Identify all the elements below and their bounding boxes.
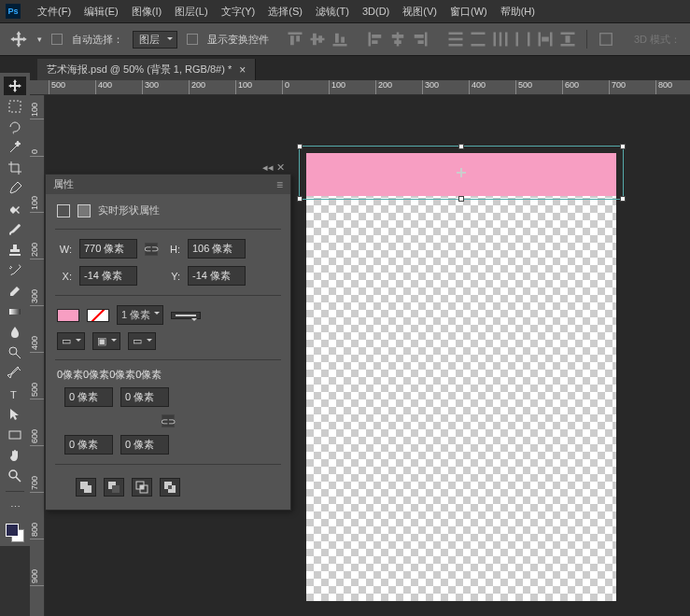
reference-point-icon[interactable] [457,168,466,177]
menu-view[interactable]: 视图(V) [397,3,443,21]
shape-icon [57,204,70,217]
menu-type[interactable]: 文字(Y) [216,3,261,21]
panel-menu-icon[interactable]: ≡ [276,178,283,191]
marquee-tool[interactable] [4,97,26,116]
handle-bl[interactable] [297,196,303,202]
corner-tl-input[interactable]: 0 像素 [64,387,113,407]
pathop-combine-icon[interactable] [76,478,96,497]
fg-color-swatch[interactable] [6,524,19,537]
stroke-width-input[interactable]: 1 像素 [117,305,163,325]
corner-tr-input[interactable]: 0 像素 [120,387,169,407]
handle-tc[interactable] [458,144,464,149]
gradient-tool[interactable] [4,302,26,321]
move-tool[interactable] [4,77,26,95]
color-swatches[interactable] [6,524,24,542]
handle-br[interactable] [620,196,626,202]
align-top-icon[interactable] [286,30,304,49]
join-dropdown[interactable]: ▣ [92,332,120,350]
cap-dropdown[interactable]: ▭ [57,332,85,350]
eyedropper-tool[interactable] [4,179,26,198]
menu-help[interactable]: 帮助(H) [495,3,541,21]
history-brush-tool[interactable] [4,261,26,280]
stroke-swatch[interactable] [87,309,109,322]
crop-tool[interactable] [4,159,26,177]
menu-filter[interactable]: 滤镜(T) [310,3,355,21]
dist-1-icon[interactable] [446,30,465,49]
ruler-vertical[interactable]: 10001002003004005006007008009001000 [30,95,45,616]
close-icon[interactable]: × [239,63,246,77]
y-label: Y: [165,271,180,282]
panel-collapse-icon[interactable]: ◂◂ ✕ [262,161,285,174]
panel-header[interactable]: 属性 ≡ [46,175,290,194]
dist-3-icon[interactable] [491,30,510,49]
fill-swatch[interactable] [57,309,79,322]
show-transform-checkbox[interactable] [187,34,198,45]
wand-tool[interactable] [4,138,26,157]
ruler-tick: 900 [30,569,45,586]
svg-rect-22 [472,44,486,47]
menu-select[interactable]: 选择(S) [262,3,308,21]
handle-tl[interactable] [297,144,303,149]
align-vcenter-icon[interactable] [308,30,327,49]
auto-select-checkbox[interactable] [51,34,63,45]
dist-5-icon[interactable] [536,30,555,49]
stroke-style-dropdown[interactable] [171,312,201,319]
path-select-tool[interactable] [4,405,26,424]
align-left-icon[interactable] [366,30,385,49]
pathop-intersect-icon[interactable] [132,478,152,497]
menu-window[interactable]: 窗口(W) [444,3,493,21]
document-tab[interactable]: 艺术海报.psd @ 50% (背景 1, RGB/8#) * × [37,59,256,80]
svg-rect-1 [290,35,294,45]
width-input[interactable]: 770 像素 [79,239,137,259]
ruler-horizontal[interactable]: 5004003002001000100200300400500600700800 [30,80,690,95]
ruler-tick: 200 [375,80,392,95]
menu-layer[interactable]: 图层(L) [169,3,213,21]
type-tool[interactable]: T [4,385,26,403]
align-bottom-icon[interactable] [331,30,349,49]
hand-tool[interactable] [4,446,26,465]
zoom-tool[interactable] [4,467,26,485]
menu-3d[interactable]: 3D(D) [357,4,395,19]
corner-br-input[interactable]: 0 像素 [120,435,169,455]
dist-4-icon[interactable] [514,30,532,49]
link-wh-icon[interactable]: ⊂⊃ [145,243,158,256]
brush-tool[interactable] [4,220,26,239]
dist-6-icon[interactable] [558,30,577,49]
dodge-tool[interactable] [4,343,26,362]
menu-image[interactable]: 图像(I) [126,3,167,21]
x-input[interactable]: -14 像素 [79,266,137,286]
eraser-tool[interactable] [4,282,26,301]
pen-tool[interactable] [4,364,26,383]
align-stroke-dropdown[interactable]: ▭ [128,332,156,350]
pathop-exclude-icon[interactable] [160,478,180,497]
svg-rect-9 [369,33,372,47]
lasso-tool[interactable] [4,118,26,136]
link-corners-icon[interactable]: ⊂⊃ [162,414,175,427]
pathop-subtract-icon[interactable] [104,478,124,497]
auto-align-icon[interactable] [597,30,615,49]
align-right-icon[interactable] [411,30,429,49]
handle-tr[interactable] [620,144,626,149]
menu-file[interactable]: 文件(F) [32,3,77,21]
dist-2-icon[interactable] [469,30,487,49]
menu-edit[interactable]: 编辑(E) [78,3,124,21]
chevron-down-icon[interactable]: ▾ [37,35,42,44]
heal-tool[interactable] [4,200,26,218]
menu-bar: Ps 文件(F) 编辑(E) 图像(I) 图层(L) 文字(Y) 选择(S) 滤… [0,0,690,22]
move-tool-icon[interactable] [9,30,28,49]
auto-select-dropdown[interactable]: 图层 [133,31,177,49]
handle-bc[interactable] [458,196,464,202]
stamp-tool[interactable] [4,241,26,259]
x-label: X: [57,271,72,282]
align-hcenter-icon[interactable] [388,30,407,49]
ruler-tick: 800 [655,80,672,95]
edit-toolbar-icon[interactable]: ⋯ [4,497,26,516]
ruler-tick: 500 [515,80,532,95]
height-input[interactable]: 106 像素 [188,239,246,259]
transform-bounding-box[interactable] [299,146,624,200]
svg-rect-28 [539,33,542,47]
y-input[interactable]: -14 像素 [188,266,246,286]
corner-bl-input[interactable]: 0 像素 [64,435,113,455]
rectangle-tool[interactable] [4,426,26,444]
blur-tool[interactable] [4,323,26,342]
